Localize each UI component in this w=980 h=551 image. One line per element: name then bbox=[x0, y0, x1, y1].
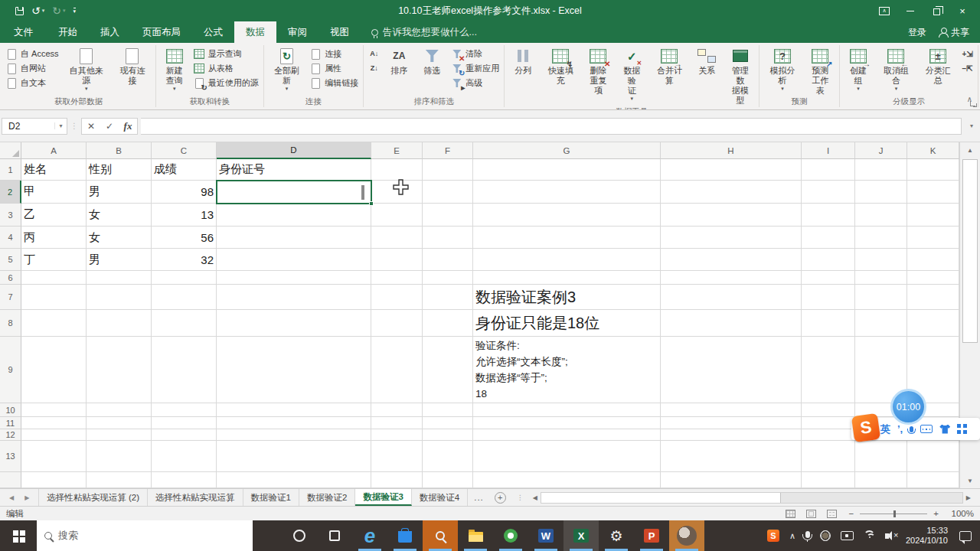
cell-H1[interactable] bbox=[661, 159, 802, 181]
cell-B10[interactable] bbox=[87, 403, 152, 417]
insert-function-button[interactable]: fx bbox=[119, 119, 137, 134]
cell-I8[interactable] bbox=[802, 310, 855, 337]
tab-insert[interactable]: 插入 bbox=[89, 21, 131, 43]
cell-H11[interactable] bbox=[661, 417, 802, 429]
name-box[interactable]: D2 ▾ bbox=[2, 118, 67, 135]
undo-button[interactable]: ↺▾ bbox=[31, 5, 44, 17]
cell-I9[interactable] bbox=[802, 337, 855, 403]
cell-H10[interactable] bbox=[661, 403, 802, 417]
row-header-1[interactable]: 1 bbox=[0, 159, 21, 181]
button-manage-data-model[interactable]: 管理数 据模型 bbox=[724, 44, 756, 106]
button-subtotal[interactable]: ±分类汇总 bbox=[917, 44, 959, 86]
cell-B3[interactable]: 女 bbox=[87, 204, 152, 227]
cell-A6[interactable] bbox=[21, 271, 87, 285]
cell-F12[interactable] bbox=[423, 429, 473, 441]
cell-B4[interactable]: 女 bbox=[87, 227, 152, 249]
cell-E5[interactable] bbox=[371, 249, 423, 271]
sign-in-button[interactable]: 登录 bbox=[908, 26, 926, 39]
taskbar-cortana-button[interactable] bbox=[282, 520, 317, 551]
tab-file[interactable]: 文件 bbox=[0, 21, 47, 43]
row-header-11[interactable]: 11 bbox=[0, 417, 21, 429]
ribbon-display-options-button[interactable]: ∧ bbox=[871, 0, 897, 21]
tab-review[interactable]: 审阅 bbox=[276, 21, 318, 43]
cell-F8[interactable] bbox=[423, 310, 473, 337]
tab-page-layout[interactable]: 页面布局 bbox=[131, 21, 192, 43]
button-sort-desc[interactable]: Z↓ bbox=[366, 61, 382, 76]
cell-F7[interactable] bbox=[423, 285, 473, 310]
row-header-12[interactable]: 12 bbox=[0, 429, 21, 441]
cell-G13[interactable] bbox=[473, 441, 661, 472]
tray-globe-icon[interactable] bbox=[820, 530, 831, 541]
cell-Hx[interactable] bbox=[661, 472, 802, 488]
cell-D1[interactable]: 身份证号 bbox=[217, 159, 371, 181]
minimize-button[interactable] bbox=[897, 0, 923, 21]
zoom-out-button[interactable]: − bbox=[849, 509, 854, 518]
cell-I6[interactable] bbox=[802, 271, 855, 285]
cell-D6[interactable] bbox=[217, 271, 371, 285]
button-ungroup[interactable]: ←取消组合▾ bbox=[876, 44, 917, 92]
cell-G3[interactable] bbox=[473, 204, 661, 227]
cell-J6[interactable] bbox=[855, 271, 907, 285]
cell-B5[interactable]: 男 bbox=[87, 249, 152, 271]
more-sheets-button[interactable]: ... bbox=[468, 489, 490, 506]
button-flash-fill[interactable]: ↯快速填充 bbox=[540, 44, 581, 86]
tray-microphone-icon[interactable] bbox=[805, 531, 810, 540]
customize-qat-button[interactable]: ▾ bbox=[74, 8, 77, 14]
button-reapply[interactable]: ↻重新应用 bbox=[449, 61, 501, 76]
cell-D2[interactable] bbox=[217, 181, 371, 204]
cell-G11[interactable] bbox=[473, 417, 661, 429]
cell-C12[interactable] bbox=[152, 429, 217, 441]
tray-hidden-icons-icon[interactable]: ∧ bbox=[789, 531, 795, 541]
skin-button[interactable] bbox=[939, 425, 950, 434]
prev-sheet-button[interactable]: ◀ bbox=[9, 494, 14, 501]
cell-E8[interactable] bbox=[371, 310, 423, 337]
column-header-B[interactable]: B bbox=[87, 142, 152, 159]
cell-C10[interactable] bbox=[152, 403, 217, 417]
scroll-up-button[interactable]: ▲ bbox=[960, 142, 980, 158]
cell-E2[interactable] bbox=[371, 181, 423, 204]
cell-J8[interactable] bbox=[855, 310, 907, 337]
cell-F10[interactable] bbox=[423, 403, 473, 417]
button-existing-connections[interactable]: 现有连接 bbox=[112, 44, 153, 86]
enter-button[interactable]: ✓ bbox=[100, 119, 119, 134]
button-forecast-sheet[interactable]: ↗预测 工作表 bbox=[804, 44, 837, 96]
new-sheet-button[interactable]: + bbox=[495, 492, 506, 504]
button-connections[interactable]: 连接 bbox=[308, 47, 361, 61]
cell-H3[interactable] bbox=[661, 204, 802, 227]
cell-A1[interactable]: 姓名 bbox=[21, 159, 87, 181]
cell-I2[interactable] bbox=[802, 181, 855, 204]
button-from-other-sources[interactable]: 自其他来源▾ bbox=[62, 44, 112, 92]
tell-me-box[interactable]: 告诉我您想要做什么... bbox=[371, 21, 477, 43]
cell-C13[interactable] bbox=[152, 441, 217, 472]
column-header-K[interactable]: K bbox=[907, 142, 959, 159]
cell-J7[interactable] bbox=[855, 285, 907, 310]
cell-D8[interactable] bbox=[217, 310, 371, 337]
tab-scroll-splitter[interactable]: ⋮ bbox=[511, 489, 530, 506]
row-header-8[interactable]: 8 bbox=[0, 310, 21, 337]
zoom-percent[interactable]: 100% bbox=[945, 509, 974, 518]
cell-C8[interactable] bbox=[152, 310, 217, 337]
taskbar-clock[interactable]: 15:33 2024/10/10 bbox=[903, 520, 951, 551]
cell-G8[interactable]: 身份证只能是18位 bbox=[473, 310, 661, 337]
cell-A8[interactable] bbox=[21, 310, 87, 337]
cell-B11[interactable] bbox=[87, 417, 152, 429]
zoom-slider-thumb[interactable] bbox=[893, 510, 896, 517]
cell-F3[interactable] bbox=[423, 204, 473, 227]
cell-H13[interactable] bbox=[661, 441, 802, 472]
cell-H9[interactable] bbox=[661, 337, 802, 403]
cell-A9[interactable] bbox=[21, 337, 87, 403]
cell-F11[interactable] bbox=[423, 417, 473, 429]
column-header-A[interactable]: A bbox=[21, 142, 87, 159]
scroll-right-button[interactable]: ▶ bbox=[963, 494, 974, 501]
cell-I12[interactable] bbox=[802, 429, 855, 441]
taskbar-search-box[interactable]: 搜索 bbox=[37, 520, 253, 551]
zoom-slider[interactable] bbox=[860, 514, 927, 514]
cell-F5[interactable] bbox=[423, 249, 473, 271]
cell-K5[interactable] bbox=[907, 249, 959, 271]
cell-K8[interactable] bbox=[907, 310, 959, 337]
cell-J2[interactable] bbox=[855, 181, 907, 204]
button-what-if[interactable]: ?模拟分析▾ bbox=[762, 44, 803, 92]
cell-J4[interactable] bbox=[855, 227, 907, 249]
taskbar-task-view-button[interactable] bbox=[317, 520, 352, 551]
cell-D13[interactable] bbox=[217, 441, 371, 472]
